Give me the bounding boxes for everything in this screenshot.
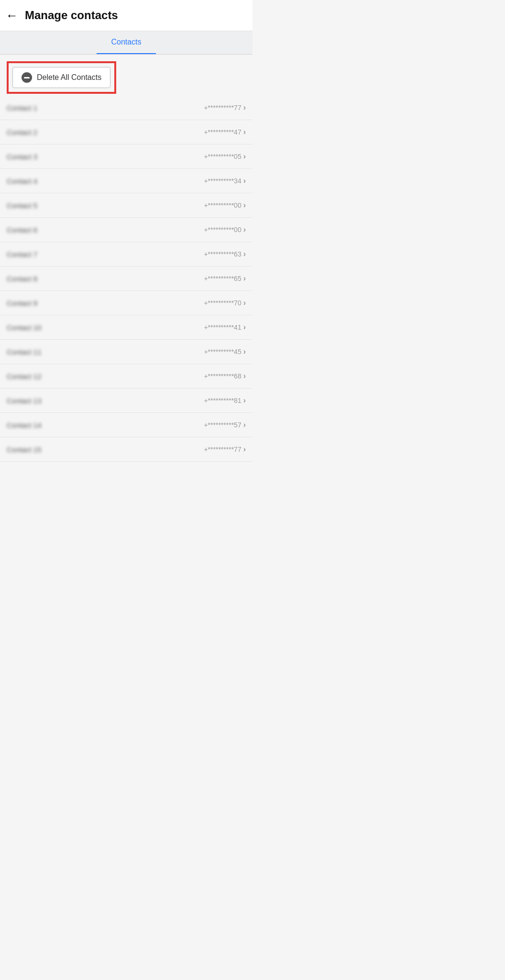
- contact-list: Contact 1+**********77›Contact 2+*******…: [0, 96, 252, 462]
- contact-name: Contact 6: [7, 226, 204, 234]
- chevron-right-icon: ›: [243, 152, 246, 161]
- contact-row[interactable]: Contact 4+**********34›: [0, 169, 252, 193]
- delete-all-contacts-button[interactable]: Delete All Contacts: [12, 67, 110, 88]
- contact-name: Contact 8: [7, 275, 204, 283]
- contact-row[interactable]: Contact 13+**********81›: [0, 389, 252, 413]
- contact-phone: +**********00: [204, 226, 241, 234]
- delete-icon: [22, 72, 32, 83]
- contact-phone: +**********47: [204, 128, 241, 136]
- chevron-right-icon: ›: [243, 347, 246, 356]
- contact-phone: +**********68: [204, 372, 241, 380]
- delete-all-label: Delete All Contacts: [37, 73, 101, 82]
- contact-row[interactable]: Contact 8+**********65›: [0, 267, 252, 291]
- contact-name: Contact 4: [7, 177, 204, 185]
- contact-right: +**********41›: [204, 323, 246, 332]
- contact-right: +**********77›: [204, 103, 246, 112]
- chevron-right-icon: ›: [243, 372, 246, 380]
- contact-name: Contact 2: [7, 128, 204, 136]
- contact-row[interactable]: Contact 12+**********68›: [0, 364, 252, 389]
- tab-contacts[interactable]: Contacts: [97, 31, 155, 54]
- page-title: Manage contacts: [25, 9, 118, 22]
- contact-phone: +**********65: [204, 275, 241, 282]
- contact-phone: +**********70: [204, 299, 241, 307]
- contact-phone: +**********81: [204, 397, 241, 404]
- contact-row[interactable]: Contact 7+**********63›: [0, 242, 252, 267]
- chevron-right-icon: ›: [243, 177, 246, 185]
- contact-phone: +**********63: [204, 250, 241, 258]
- contact-phone: +**********57: [204, 421, 241, 429]
- contact-right: +**********81›: [204, 396, 246, 405]
- contact-row[interactable]: Contact 6+**********00›: [0, 218, 252, 242]
- contact-row[interactable]: Contact 10+**********41›: [0, 315, 252, 340]
- chevron-right-icon: ›: [243, 103, 246, 112]
- chevron-right-icon: ›: [243, 201, 246, 210]
- contact-row[interactable]: Contact 2+**********47›: [0, 120, 252, 145]
- chevron-right-icon: ›: [243, 128, 246, 136]
- contact-phone: +**********41: [204, 323, 241, 331]
- contact-right: +**********47›: [204, 128, 246, 136]
- contact-name: Contact 5: [7, 201, 204, 210]
- contact-right: +**********00›: [204, 225, 246, 234]
- contact-right: +**********05›: [204, 152, 246, 161]
- contact-name: Contact 11: [7, 348, 204, 356]
- contact-row[interactable]: Contact 5+**********00›: [0, 193, 252, 218]
- contact-phone: +**********34: [204, 177, 241, 185]
- contact-name: Contact 3: [7, 153, 204, 161]
- contact-phone: +**********05: [204, 153, 241, 160]
- contact-right: +**********70›: [204, 299, 246, 307]
- contact-phone: +**********45: [204, 348, 241, 356]
- contact-right: +**********65›: [204, 274, 246, 283]
- contact-right: +**********68›: [204, 372, 246, 380]
- chevron-right-icon: ›: [243, 323, 246, 332]
- contact-row[interactable]: Contact 1+**********77›: [0, 96, 252, 120]
- contact-name: Contact 9: [7, 299, 204, 307]
- contact-row[interactable]: Contact 3+**********05›: [0, 145, 252, 169]
- chevron-right-icon: ›: [243, 396, 246, 405]
- contact-right: +**********63›: [204, 250, 246, 258]
- chevron-right-icon: ›: [243, 225, 246, 234]
- header: ← Manage contacts: [0, 0, 252, 31]
- contact-name: Contact 10: [7, 323, 204, 332]
- chevron-right-icon: ›: [243, 299, 246, 307]
- contact-right: +**********00›: [204, 201, 246, 210]
- contact-right: +**********34›: [204, 177, 246, 185]
- contact-right: +**********57›: [204, 421, 246, 429]
- back-button[interactable]: ←: [6, 9, 18, 22]
- chevron-right-icon: ›: [243, 445, 246, 454]
- contact-row[interactable]: Contact 11+**********45›: [0, 340, 252, 364]
- delete-all-highlight: Delete All Contacts: [7, 61, 116, 94]
- contact-name: Contact 14: [7, 421, 204, 429]
- contact-row[interactable]: Contact 14+**********57›: [0, 413, 252, 437]
- contact-phone: +**********77: [204, 445, 241, 453]
- contact-row[interactable]: Contact 15+**********77›: [0, 437, 252, 462]
- contact-row[interactable]: Contact 9+**********70›: [0, 291, 252, 315]
- contact-name: Contact 15: [7, 445, 204, 454]
- tab-bar: Contacts: [0, 31, 252, 55]
- chevron-right-icon: ›: [243, 421, 246, 429]
- contact-phone: +**********00: [204, 201, 241, 209]
- chevron-right-icon: ›: [243, 274, 246, 283]
- chevron-right-icon: ›: [243, 250, 246, 258]
- contact-phone: +**********77: [204, 104, 241, 111]
- contact-name: Contact 1: [7, 104, 204, 112]
- contact-name: Contact 7: [7, 250, 204, 258]
- contact-right: +**********45›: [204, 347, 246, 356]
- contact-name: Contact 13: [7, 397, 204, 405]
- contact-right: +**********77›: [204, 445, 246, 454]
- contact-name: Contact 12: [7, 372, 204, 380]
